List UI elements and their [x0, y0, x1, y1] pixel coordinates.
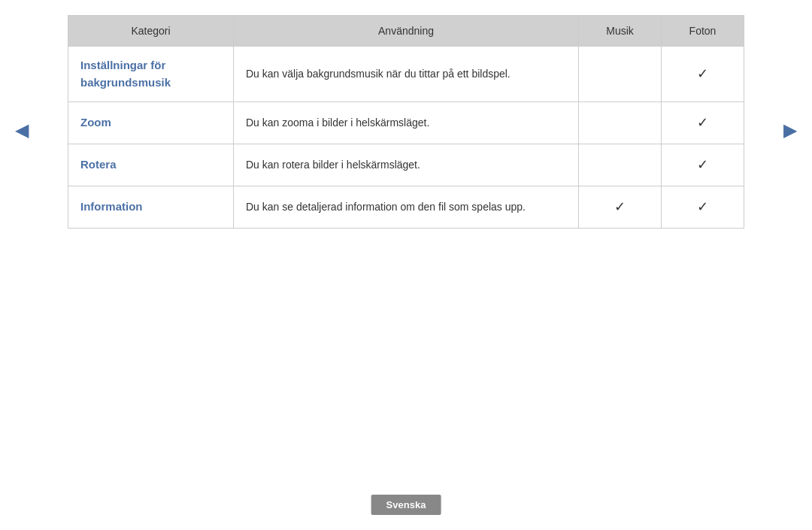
- table-wrapper: Kategori Användning Musik Foton Inställn…: [68, 15, 744, 229]
- header-musik: Musik: [579, 16, 662, 47]
- header-kategori: Kategori: [68, 16, 234, 47]
- checkmark-icon: ✓: [614, 199, 626, 214]
- header-anvandning: Användning: [234, 16, 579, 47]
- row-1-musik: [579, 47, 662, 102]
- row-3-kategori: Rotera: [68, 144, 234, 186]
- row-2-foton: ✓: [662, 102, 744, 144]
- page-container: ◀ ▶ Kategori Användning Musik Foton Inst…: [0, 0, 812, 530]
- row-4-kategori: Information: [68, 186, 234, 229]
- checkmark-icon: ✓: [697, 199, 708, 214]
- row-2-anvandning: Du kan zooma i bilder i helskärmsläget.: [234, 102, 579, 144]
- row-4-anvandning: Du kan se detaljerad information om den …: [234, 186, 579, 229]
- nav-arrow-right[interactable]: ▶: [783, 120, 797, 141]
- bottom-bar: Svenska: [371, 495, 441, 515]
- row-3-foton: ✓: [662, 144, 744, 186]
- row-3-anvandning: Du kan rotera bilder i helskärmsläget.: [234, 144, 579, 186]
- row-2-musik: [579, 102, 662, 144]
- nav-arrow-left[interactable]: ◀: [15, 120, 29, 141]
- row-1-foton: ✓: [662, 47, 744, 102]
- row-4-musik: ✓: [579, 186, 662, 229]
- row-2-kategori: Zoom: [68, 102, 234, 144]
- row-4-foton: ✓: [662, 186, 744, 229]
- row-3-musik: [579, 144, 662, 186]
- table-header-row: Kategori Användning Musik Foton: [68, 16, 744, 47]
- feature-table: Kategori Användning Musik Foton Inställn…: [68, 15, 744, 229]
- table-row: RoteraDu kan rotera bilder i helskärmslä…: [68, 144, 744, 186]
- checkmark-icon: ✓: [697, 115, 708, 130]
- table-row: InformationDu kan se detaljerad informat…: [68, 186, 744, 229]
- table-row: Inställningar för bakgrundsmusikDu kan v…: [68, 47, 744, 102]
- row-1-kategori: Inställningar för bakgrundsmusik: [68, 47, 234, 102]
- checkmark-icon: ✓: [697, 157, 708, 172]
- checkmark-icon: ✓: [697, 66, 708, 81]
- row-1-anvandning: Du kan välja bakgrundsmusik när du titta…: [234, 47, 579, 102]
- language-button[interactable]: Svenska: [371, 495, 441, 515]
- header-foton: Foton: [662, 16, 744, 47]
- table-row: ZoomDu kan zooma i bilder i helskärmsläg…: [68, 102, 744, 144]
